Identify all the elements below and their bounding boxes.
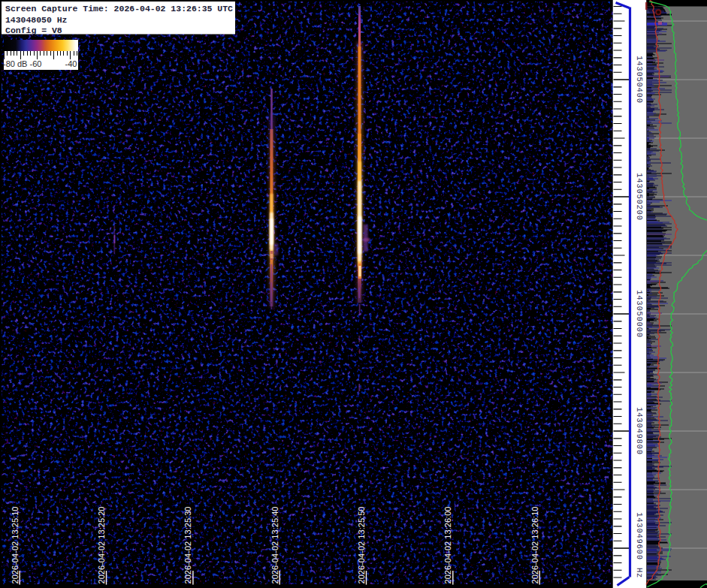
svg-text:2026-04-02 13:25:30: 2026-04-02 13:25:30	[183, 507, 192, 584]
svg-text:2026-04-02 13:25:50: 2026-04-02 13:25:50	[357, 507, 366, 584]
svg-text:-80 dB -60: -80 dB -60	[3, 59, 41, 68]
svg-text:143050200: 143050200	[635, 173, 644, 220]
svg-text:2026-04-02 13:26:00: 2026-04-02 13:26:00	[443, 507, 452, 584]
svg-text:-40: -40	[65, 59, 77, 68]
svg-text:143050000: 143050000	[635, 290, 644, 337]
svg-text:143048050 Hz: 143048050 Hz	[5, 15, 68, 25]
svg-text:143049600: 143049600	[635, 512, 644, 559]
svg-text:Hz: Hz	[635, 568, 644, 578]
svg-text:2026-04-02 13:26:10: 2026-04-02 13:26:10	[530, 507, 539, 584]
svg-text:2026-04-02 13:25:40: 2026-04-02 13:25:40	[270, 507, 279, 584]
svg-text:Screen Capture Time: 2026-04-0: Screen Capture Time: 2026-04-02 13:26:35…	[5, 4, 233, 14]
svg-text:143049800: 143049800	[635, 407, 644, 454]
svg-text:Config = V8: Config = V8	[5, 26, 62, 35]
svg-text:2026-04-02 13:25:10: 2026-04-02 13:25:10	[11, 507, 20, 584]
svg-text:2026-04-02 13:25:20: 2026-04-02 13:25:20	[97, 507, 106, 584]
svg-text:143050400: 143050400	[635, 56, 644, 103]
